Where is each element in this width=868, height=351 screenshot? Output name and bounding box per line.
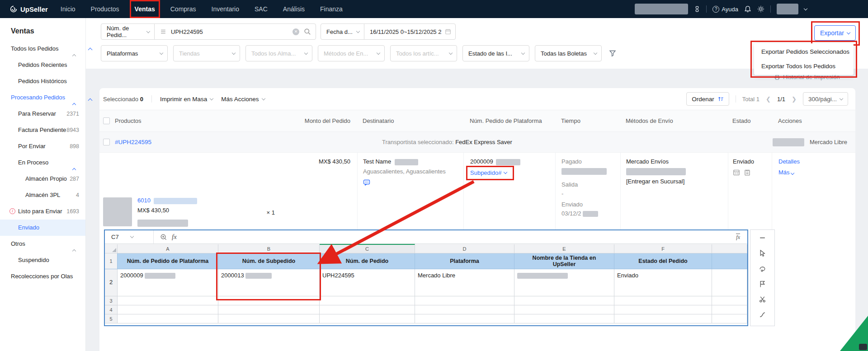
next-page-button[interactable]: ❯ <box>792 96 797 103</box>
almacenes-select[interactable]: Todos los Alma... <box>245 45 312 61</box>
empty-cell[interactable] <box>320 296 415 305</box>
sidebar-item-por-enviar[interactable]: Por Enviar 898 <box>0 138 85 154</box>
cell-c2[interactable]: UPH224595 <box>320 269 415 296</box>
empty-cell[interactable] <box>712 314 747 323</box>
empty-cell[interactable] <box>712 296 747 305</box>
collapse-toolbar-chevron-icon[interactable] <box>88 98 93 103</box>
details-link[interactable]: Detalles <box>778 158 855 165</box>
minus-icon[interactable] <box>759 234 766 242</box>
menu-item-export-selected[interactable]: Exportar Pedidos Seleccionados <box>754 45 854 59</box>
subpedido-toggle[interactable]: Subpedido# <box>470 169 507 176</box>
menu-item-export-all[interactable]: Exportar Todos los Pedidos <box>754 59 854 74</box>
tiendas-select[interactable]: Tiendas <box>173 45 240 61</box>
metodos-envio-select[interactable]: Métodos de En... <box>318 45 385 61</box>
sidebar-item-otros[interactable]: Otros <box>0 236 85 252</box>
empty-cell[interactable] <box>614 314 712 323</box>
zoom-plus-icon[interactable] <box>160 234 167 241</box>
empty-cell[interactable] <box>614 296 712 305</box>
column-letter-b[interactable]: B <box>218 244 320 253</box>
header-cell-a1[interactable]: Núm. de Pedido de Plataforma <box>118 253 218 269</box>
estado-impresion-select[interactable]: Estado de las I... <box>462 45 529 61</box>
cursor-icon[interactable] <box>759 249 766 257</box>
sidebar-item-factura-pendiente[interactable]: Factura Pendiente 8943 <box>0 122 85 138</box>
sidebar-item-pedidos-historicos[interactable]: Pedidos Históricos <box>0 73 85 89</box>
header-cell-c1[interactable]: Núm. de Pedido <box>320 253 415 269</box>
column-letter-e[interactable]: E <box>514 244 614 253</box>
apps-icon[interactable] <box>694 6 700 12</box>
empty-cell[interactable] <box>415 314 514 323</box>
hamburger-icon[interactable] <box>160 28 166 35</box>
cell-e2[interactable] <box>514 269 614 296</box>
nav-item-compras[interactable]: Compras <box>170 4 197 14</box>
date-type-select[interactable]: Fecha d... <box>321 23 364 40</box>
nav-item-productos[interactable]: Productos <box>90 4 120 14</box>
sidebar-item-todos-los-pedidos[interactable]: Todos los Pedidos <box>0 41 85 57</box>
bell-icon[interactable] <box>744 5 751 13</box>
page-size-select[interactable]: 300/pági... <box>803 92 848 106</box>
invoice-icon[interactable] <box>733 169 740 176</box>
nav-item-sac[interactable]: SAC <box>254 4 269 14</box>
chevron-down-icon[interactable] <box>804 6 807 10</box>
prev-page-button[interactable]: ❮ <box>766 96 771 103</box>
boletas-select[interactable]: Todas las Boletas <box>535 45 602 61</box>
order-number-type-select[interactable]: Núm. de Pedid... <box>101 23 155 40</box>
column-letter-a[interactable]: A <box>118 244 218 253</box>
select-all-checkbox[interactable] <box>103 117 110 124</box>
row-number-2[interactable]: 2 <box>105 269 118 296</box>
gear-icon[interactable] <box>757 5 764 13</box>
header-cell-f1[interactable]: Estado del Pedido <box>614 253 712 269</box>
formula-bar-toggle-icon[interactable]: fx <box>736 234 740 241</box>
export-button[interactable]: Exportar <box>814 25 856 41</box>
empty-cell[interactable] <box>320 305 415 314</box>
row-number-3[interactable]: 3 <box>105 296 118 305</box>
header-cell-d1[interactable]: Plataforma <box>415 253 514 269</box>
cell-b2[interactable]: 2000013 <box>218 269 320 296</box>
nav-item-analisis[interactable]: Análisis <box>282 4 306 14</box>
more-link[interactable]: Más <box>778 169 855 176</box>
sidebar-item-para-reservar[interactable]: Para Reservar 2371 <box>0 106 85 122</box>
empty-cell[interactable] <box>218 314 320 323</box>
nav-item-inicio[interactable]: Inicio <box>60 4 76 14</box>
column-letter-d[interactable]: D <box>415 244 514 253</box>
empty-cell[interactable] <box>614 305 712 314</box>
row-number-1[interactable]: 1 <box>105 253 118 269</box>
cell-a2[interactable]: 2000009 <box>118 269 218 296</box>
collapse-filters-chevron-icon[interactable] <box>88 48 93 52</box>
nav-item-ventas[interactable]: Ventas <box>134 4 156 14</box>
sidebar-item-recolecciones-por-olas[interactable]: Recolecciones por Olas <box>0 268 85 285</box>
date-range-input[interactable]: 16/11/2025 0~15/12/2025 2 <box>364 23 456 40</box>
header-cell-b1[interactable]: Núm. de Subpedido <box>218 253 320 269</box>
empty-cell[interactable] <box>118 305 218 314</box>
plataformas-select[interactable]: Plataformas <box>101 45 168 61</box>
clipboard-icon[interactable] <box>744 169 751 176</box>
empty-cell[interactable] <box>118 314 218 323</box>
cell-g2[interactable] <box>712 269 747 296</box>
empty-cell[interactable] <box>118 296 218 305</box>
sidebar-item-enviado[interactable]: Enviado <box>0 220 85 236</box>
sidebar-item-pedidos-recientes[interactable]: Pedidos Recientes <box>0 57 85 73</box>
empty-cell[interactable] <box>514 305 614 314</box>
more-actions-button[interactable]: Más Acciones <box>221 96 264 103</box>
empty-cell[interactable] <box>320 314 415 323</box>
curve-icon[interactable] <box>759 311 766 318</box>
sidebar-item-procesando-pedidos[interactable]: Procesando Pedidos <box>0 89 85 106</box>
select-all-corner[interactable] <box>105 244 118 253</box>
empty-cell[interactable] <box>218 305 320 314</box>
column-letter-partial[interactable] <box>712 244 747 253</box>
column-letter-f[interactable]: F <box>614 244 712 253</box>
sidebar-item-en-proceso[interactable]: En Proceso <box>0 154 85 171</box>
header-cell-partial[interactable] <box>712 253 747 269</box>
sidebar-item-suspendido[interactable]: Suspendido <box>0 252 85 268</box>
column-letter-c[interactable]: C <box>320 244 415 253</box>
cell-name-box[interactable]: C7 <box>105 230 154 243</box>
help-button[interactable]: ? Ayuda <box>712 6 738 13</box>
empty-cell[interactable] <box>415 296 514 305</box>
funnel-icon[interactable] <box>609 50 616 57</box>
sort-button[interactable]: Ordenar <box>686 92 729 106</box>
sidebar-item-almacen-propio[interactable]: Almacén Propio 287 <box>0 171 85 187</box>
cell-f2[interactable]: Enviado <box>614 269 712 296</box>
sidebar-item-almacen-3pl[interactable]: Almacén 3PL 4 <box>0 187 85 203</box>
order-search-input[interactable]: UPH224595 ✕ <box>154 23 316 40</box>
fx-icon[interactable]: fx <box>172 233 177 241</box>
sidebar-item-listo-para-enviar[interactable]: i Listo para Enviar 1693 <box>0 203 85 220</box>
